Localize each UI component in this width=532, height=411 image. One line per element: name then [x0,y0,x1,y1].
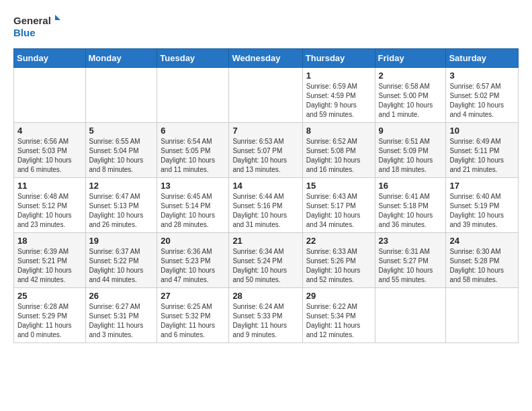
day-info: Sunrise: 6:39 AM Sunset: 5:21 PM Dayligh… [17,247,82,285]
day-number: 7 [232,126,298,136]
weekday-header-wednesday: Wednesday [229,49,302,68]
weekday-header-friday: Friday [375,49,446,68]
day-number: 21 [232,236,298,246]
calendar-week-row: 25Sunrise: 6:28 AM Sunset: 5:29 PM Dayli… [14,288,519,343]
day-info: Sunrise: 6:43 AM Sunset: 5:17 PM Dayligh… [306,192,371,230]
day-number: 18 [17,236,82,246]
day-number: 8 [306,126,371,136]
day-info: Sunrise: 6:41 AM Sunset: 5:18 PM Dayligh… [379,192,443,230]
calendar-cell: 12Sunrise: 6:47 AM Sunset: 5:13 PM Dayli… [85,178,157,233]
day-number: 17 [449,181,515,191]
day-number: 3 [449,71,515,81]
day-number: 14 [232,181,298,191]
day-info: Sunrise: 6:36 AM Sunset: 5:23 PM Dayligh… [161,247,225,285]
day-info: Sunrise: 6:47 AM Sunset: 5:13 PM Dayligh… [89,192,154,230]
svg-marker-2 [55,15,60,20]
calendar-cell: 23Sunrise: 6:31 AM Sunset: 5:27 PM Dayli… [375,233,446,288]
day-number: 26 [89,291,154,301]
calendar-cell: 10Sunrise: 6:49 AM Sunset: 5:11 PM Dayli… [446,123,519,178]
calendar-cell [229,68,302,123]
day-info: Sunrise: 6:56 AM Sunset: 5:03 PM Dayligh… [17,137,82,175]
day-number: 28 [232,291,298,301]
logo-svg: General Blue [13,11,60,40]
day-number: 24 [449,236,515,246]
calendar-cell: 16Sunrise: 6:41 AM Sunset: 5:18 PM Dayli… [375,178,446,233]
day-number: 5 [89,126,154,136]
logo: General Blue [13,11,60,40]
calendar-cell: 21Sunrise: 6:34 AM Sunset: 5:24 PM Dayli… [229,233,302,288]
day-number: 27 [161,291,225,301]
calendar-cell: 14Sunrise: 6:44 AM Sunset: 5:16 PM Dayli… [229,178,302,233]
day-info: Sunrise: 6:27 AM Sunset: 5:31 PM Dayligh… [89,302,154,340]
day-info: Sunrise: 6:54 AM Sunset: 5:05 PM Dayligh… [161,137,225,175]
day-info: Sunrise: 6:59 AM Sunset: 4:59 PM Dayligh… [306,82,371,120]
weekday-header-sunday: Sunday [14,49,86,68]
calendar-cell [157,68,229,123]
day-number: 4 [17,126,82,136]
weekday-header-monday: Monday [85,49,157,68]
day-info: Sunrise: 6:31 AM Sunset: 5:27 PM Dayligh… [379,247,443,285]
calendar-cell: 26Sunrise: 6:27 AM Sunset: 5:31 PM Dayli… [85,288,157,343]
day-number: 19 [89,236,154,246]
day-info: Sunrise: 6:49 AM Sunset: 5:11 PM Dayligh… [449,137,515,175]
calendar-cell: 4Sunrise: 6:56 AM Sunset: 5:03 PM Daylig… [14,123,86,178]
day-info: Sunrise: 6:28 AM Sunset: 5:29 PM Dayligh… [17,302,82,340]
weekday-header-thursday: Thursday [302,49,375,68]
day-number: 29 [306,291,371,301]
day-number: 23 [379,236,443,246]
calendar-cell: 7Sunrise: 6:53 AM Sunset: 5:07 PM Daylig… [229,123,302,178]
calendar-cell: 9Sunrise: 6:51 AM Sunset: 5:09 PM Daylig… [375,123,446,178]
calendar-cell: 8Sunrise: 6:52 AM Sunset: 5:08 PM Daylig… [302,123,375,178]
svg-text:General: General [13,15,51,26]
calendar-cell: 25Sunrise: 6:28 AM Sunset: 5:29 PM Dayli… [14,288,86,343]
day-info: Sunrise: 6:34 AM Sunset: 5:24 PM Dayligh… [232,247,298,285]
day-number: 10 [449,126,515,136]
calendar-cell: 20Sunrise: 6:36 AM Sunset: 5:23 PM Dayli… [157,233,229,288]
day-info: Sunrise: 6:40 AM Sunset: 5:19 PM Dayligh… [449,192,515,230]
day-number: 20 [161,236,225,246]
calendar-cell [375,288,446,343]
calendar-cell: 29Sunrise: 6:22 AM Sunset: 5:34 PM Dayli… [302,288,375,343]
day-info: Sunrise: 6:55 AM Sunset: 5:04 PM Dayligh… [89,137,154,175]
calendar-cell: 27Sunrise: 6:25 AM Sunset: 5:32 PM Dayli… [157,288,229,343]
calendar-week-row: 4Sunrise: 6:56 AM Sunset: 5:03 PM Daylig… [14,123,519,178]
day-number: 12 [89,181,154,191]
calendar-week-row: 1Sunrise: 6:59 AM Sunset: 4:59 PM Daylig… [14,68,519,123]
day-number: 13 [161,181,225,191]
day-number: 6 [161,126,225,136]
day-info: Sunrise: 6:33 AM Sunset: 5:26 PM Dayligh… [306,247,371,285]
day-number: 16 [379,181,443,191]
day-info: Sunrise: 6:58 AM Sunset: 5:00 PM Dayligh… [379,82,443,120]
day-info: Sunrise: 6:45 AM Sunset: 5:14 PM Dayligh… [161,192,225,230]
calendar-cell: 3Sunrise: 6:57 AM Sunset: 5:02 PM Daylig… [446,68,519,123]
calendar-cell: 15Sunrise: 6:43 AM Sunset: 5:17 PM Dayli… [302,178,375,233]
calendar-cell: 5Sunrise: 6:55 AM Sunset: 5:04 PM Daylig… [85,123,157,178]
svg-text:Blue: Blue [13,27,36,38]
day-info: Sunrise: 6:52 AM Sunset: 5:08 PM Dayligh… [306,137,371,175]
calendar-cell: 13Sunrise: 6:45 AM Sunset: 5:14 PM Dayli… [157,178,229,233]
calendar-cell: 24Sunrise: 6:30 AM Sunset: 5:28 PM Dayli… [446,233,519,288]
calendar-cell: 18Sunrise: 6:39 AM Sunset: 5:21 PM Dayli… [14,233,86,288]
day-info: Sunrise: 6:53 AM Sunset: 5:07 PM Dayligh… [232,137,298,175]
day-info: Sunrise: 6:57 AM Sunset: 5:02 PM Dayligh… [449,82,515,120]
day-info: Sunrise: 6:24 AM Sunset: 5:33 PM Dayligh… [232,302,298,340]
weekday-header-saturday: Saturday [446,49,519,68]
calendar-cell: 28Sunrise: 6:24 AM Sunset: 5:33 PM Dayli… [229,288,302,343]
day-info: Sunrise: 6:30 AM Sunset: 5:28 PM Dayligh… [449,247,515,285]
calendar-cell [14,68,86,123]
day-number: 22 [306,236,371,246]
calendar-cell: 2Sunrise: 6:58 AM Sunset: 5:00 PM Daylig… [375,68,446,123]
calendar-table: SundayMondayTuesdayWednesdayThursdayFrid… [13,48,519,343]
day-number: 11 [17,181,82,191]
day-number: 1 [306,71,371,81]
calendar-cell: 22Sunrise: 6:33 AM Sunset: 5:26 PM Dayli… [302,233,375,288]
day-number: 2 [379,71,443,81]
day-info: Sunrise: 6:44 AM Sunset: 5:16 PM Dayligh… [232,192,298,230]
calendar-cell: 17Sunrise: 6:40 AM Sunset: 5:19 PM Dayli… [446,178,519,233]
calendar-cell: 19Sunrise: 6:37 AM Sunset: 5:22 PM Dayli… [85,233,157,288]
day-number: 25 [17,291,82,301]
calendar-cell: 11Sunrise: 6:48 AM Sunset: 5:12 PM Dayli… [14,178,86,233]
day-info: Sunrise: 6:22 AM Sunset: 5:34 PM Dayligh… [306,302,371,340]
day-info: Sunrise: 6:48 AM Sunset: 5:12 PM Dayligh… [17,192,82,230]
calendar-week-row: 18Sunrise: 6:39 AM Sunset: 5:21 PM Dayli… [14,233,519,288]
